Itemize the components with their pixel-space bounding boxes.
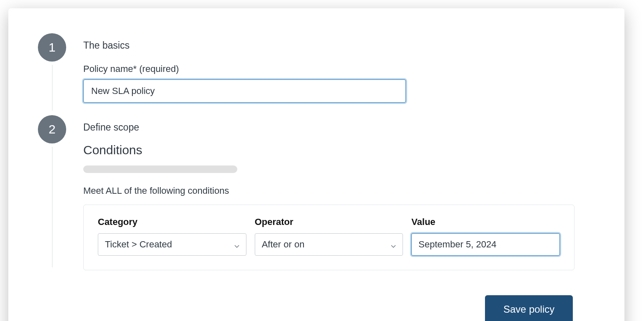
conditions-box: Category Ticket > Created Operator After… (83, 205, 574, 270)
step-connector-line (52, 147, 52, 267)
value-column-label: Value (411, 217, 560, 227)
operator-column-label: Operator (255, 217, 403, 227)
meet-all-label: Meet ALL of the following conditions (83, 185, 595, 196)
skeleton-placeholder (83, 165, 237, 173)
step-number-circle: 1 (38, 33, 66, 62)
step-number: 2 (49, 122, 56, 136)
step-indicator: 2 (37, 115, 67, 267)
policy-name-input[interactable] (83, 79, 406, 103)
value-input[interactable] (411, 233, 560, 256)
chevron-down-icon (390, 241, 397, 248)
step-body: Define scope Conditions Meet ALL of the … (67, 115, 595, 283)
step-connector-line (52, 65, 52, 111)
policy-name-label: Policy name* (required) (83, 64, 595, 74)
condition-operator-column: Operator After or on (255, 217, 403, 256)
step-basics: 1 The basics Policy name* (required) (37, 33, 595, 115)
operator-select[interactable]: After or on (255, 233, 403, 256)
category-column-label: Category (98, 217, 246, 227)
step-define-scope: 2 Define scope Conditions Meet ALL of th… (37, 115, 595, 283)
step-number: 1 (49, 40, 56, 54)
step-title: The basics (83, 40, 595, 51)
category-select[interactable]: Ticket > Created (98, 233, 246, 256)
step-indicator: 1 (37, 33, 67, 111)
save-policy-button[interactable]: Save policy (485, 295, 573, 321)
category-select-value: Ticket > Created (105, 239, 172, 250)
policy-form-page: 1 The basics Policy name* (required) 2 D… (8, 8, 624, 321)
chevron-down-icon (234, 241, 240, 248)
step-body: The basics Policy name* (required) (67, 33, 595, 115)
form-footer: Save policy (37, 295, 595, 321)
step-title: Define scope (83, 122, 595, 133)
step-number-circle: 2 (38, 115, 66, 143)
condition-row: Category Ticket > Created Operator After… (98, 217, 560, 256)
conditions-heading: Conditions (83, 143, 595, 157)
condition-value-column: Value (411, 217, 560, 256)
operator-select-value: After or on (262, 239, 305, 250)
condition-category-column: Category Ticket > Created (98, 217, 246, 256)
